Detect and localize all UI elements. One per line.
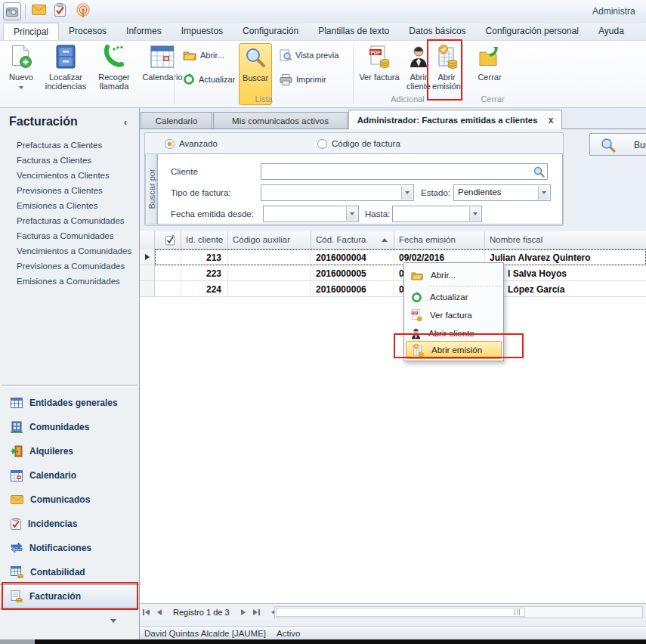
sidebar-item-previsiones-clientes[interactable]: Previsiones a Clientes (17, 183, 139, 198)
sidebar-collapse-button[interactable]: ‹ (124, 116, 131, 128)
context-menu-ver-factura[interactable]: PDF Ver factura (406, 306, 502, 324)
cell-checkbox[interactable] (155, 265, 181, 281)
context-menu-abrir-emision[interactable]: Abrir emisión (406, 341, 502, 359)
sidebar-item-previsiones-comunidades[interactable]: Previsiones a Comunidades (17, 259, 139, 274)
tab-configuracion[interactable]: Configuración (233, 23, 308, 40)
recoger-llamada-button[interactable]: Recoger llamada (92, 43, 136, 105)
fecha-desde-dropdown[interactable] (263, 206, 359, 222)
header-id-cliente[interactable]: Id. cliente (181, 231, 228, 249)
sidebar-item-facturas-comunidades[interactable]: Facturas a Comunidades (17, 228, 139, 243)
cell-checkbox[interactable] (155, 281, 181, 297)
lookup-magnifier-icon[interactable] (533, 166, 545, 178)
tab-procesos[interactable]: Procesos (59, 23, 116, 40)
table-row[interactable]: 224 2016000006 09 López García (155, 281, 646, 297)
person-icon (405, 43, 432, 70)
sidebar-overflow-chevron[interactable] (110, 619, 116, 623)
ribbon: Nuevo Localizar incidencias (0, 40, 646, 108)
tab-ayuda[interactable]: Ayuda (589, 23, 634, 40)
nuevo-button[interactable]: Nuevo (3, 43, 39, 105)
previous-record-button[interactable] (153, 606, 165, 618)
dropdown-arrow-icon[interactable] (538, 186, 549, 200)
module-label: Comunicados (30, 494, 90, 505)
scrollbar-thumb[interactable] (276, 608, 525, 617)
cliente-input[interactable] (261, 163, 548, 180)
tab-principal[interactable]: Principal (3, 23, 59, 40)
hasta-dropdown[interactable] (392, 206, 482, 222)
calendario-label: Calendario (142, 73, 182, 82)
cell-nombre-fiscal: l Salva Hoyos (485, 265, 646, 281)
sidebar-item-emisiones-comunidades[interactable]: Emisiones a Comunidades (17, 274, 139, 289)
sidebar-item-emisiones-clientes[interactable]: Emisiones a Clientes (17, 198, 139, 213)
table-row[interactable]: 213 2016000004 09/02/2016 Julian Alvarez… (155, 249, 646, 265)
module-comunidades[interactable]: Comunidades (0, 415, 139, 439)
module-facturacion[interactable]: Facturación (0, 584, 139, 608)
tab-plantillas[interactable]: Plantillas de texto (308, 23, 399, 40)
clipboard-check-icon[interactable] (54, 3, 66, 17)
tab-close-icon[interactable]: x (549, 115, 554, 125)
header-codigo-auxiliar[interactable]: Código auxiliar (228, 231, 311, 249)
dropdown-arrow-icon[interactable] (346, 207, 357, 221)
tab-datos-basicos[interactable]: Datos básicos (399, 23, 475, 40)
sidebar-splitter[interactable] (2, 385, 138, 387)
context-menu-actualizar[interactable]: Actualizar (406, 288, 502, 306)
tab-configuracion-personal[interactable]: Configuración personal (476, 23, 589, 40)
ribbon-group-separator (462, 44, 463, 104)
estado-dropdown[interactable]: Pendientes (453, 184, 551, 201)
last-record-button[interactable] (250, 606, 263, 618)
pdf-invoice-icon: PDF (411, 309, 422, 321)
horizontal-scrollbar[interactable] (274, 606, 643, 618)
cell-id-cliente: 223 (181, 265, 228, 281)
vista-previa-button[interactable]: Vista previa (280, 47, 338, 63)
module-calendario[interactable]: Calendario (0, 463, 139, 488)
doc-tab-label: Mis comunicados activos (232, 116, 329, 125)
header-nombre-fiscal[interactable]: Nombre fiscal (485, 231, 646, 249)
module-label: Incidencias (28, 519, 77, 529)
current-row-pointer-icon (145, 254, 150, 260)
cell-checkbox[interactable] (155, 249, 181, 265)
context-menu-abrir[interactable]: Abrir... (406, 266, 502, 284)
checkbox-column-header[interactable] (155, 231, 181, 249)
imprimir-button[interactable]: Imprimir (280, 71, 326, 88)
module-comunicados[interactable]: Comunicados (0, 488, 139, 512)
context-menu-abrir-cliente[interactable]: Abrir cliente (406, 324, 502, 342)
doc-tab-facturas-emitidas[interactable]: Administrador: Facturas emitidas a clien… (348, 110, 562, 129)
sidebar-item-prefacturas-clientes[interactable]: Prefacturas a Clientes (17, 138, 139, 153)
abrir-button[interactable]: Abrir... (183, 47, 224, 63)
sidebar-item-facturas-clientes[interactable]: Facturas a Clientes (17, 153, 139, 168)
tipo-factura-dropdown[interactable] (261, 184, 414, 201)
module-contabilidad[interactable]: Contabilidad (0, 560, 139, 584)
antenna-icon[interactable] (76, 3, 91, 18)
nuevo-label: Nuevo (9, 73, 33, 82)
calendar-icon (138, 43, 187, 70)
module-incidencias[interactable]: Incidencias (0, 512, 139, 536)
header-fecha-emision[interactable]: Fecha emisión (394, 231, 485, 249)
module-notificaciones[interactable]: Notificaciones (0, 536, 139, 560)
record-counter-label: Registro 1 de 3 (165, 608, 237, 617)
sidebar-item-vencimientos-clientes[interactable]: Vencimientos a Clientes (17, 168, 139, 183)
dropdown-arrow-icon[interactable] (469, 207, 481, 221)
radio-codigo-factura-label[interactable]: Código de factura (332, 139, 400, 148)
tab-impuestos[interactable]: Impuestos (172, 23, 233, 40)
radio-codigo-factura[interactable] (317, 139, 327, 149)
nuevo-dropdown-caret[interactable] (19, 86, 23, 89)
next-record-button[interactable] (237, 606, 250, 618)
dropdown-arrow-icon[interactable] (401, 186, 413, 200)
sidebar-item-prefacturas-comunidades[interactable]: Prefacturas a Comunidades (17, 213, 139, 228)
table-row[interactable]: 223 2016000005 09 l Salva Hoyos (155, 265, 646, 281)
tab-informes[interactable]: Informes (116, 23, 172, 40)
localizar-incidencias-button[interactable]: Localizar incidencias (41, 43, 91, 105)
doc-tab-comunicados[interactable]: Mis comunicados activos (213, 112, 348, 129)
app-logo-button[interactable] (3, 2, 21, 20)
svg-text:PDF: PDF (412, 311, 417, 314)
doc-tab-calendario[interactable]: Calendario (141, 112, 212, 129)
module-alquileres[interactable]: Alquileres (0, 439, 139, 463)
magnifier-icon (240, 44, 271, 71)
sidebar-item-vencimientos-comunidades[interactable]: Vencimientos a Comunidades (17, 243, 139, 259)
actualizar-button[interactable]: Actualizar (183, 71, 235, 88)
radio-avanzado-label[interactable]: Avanzado (179, 139, 218, 148)
mail-icon[interactable] (32, 5, 46, 15)
first-record-button[interactable] (140, 606, 153, 618)
radio-avanzado[interactable] (165, 139, 175, 149)
buscar-button[interactable]: Buscar (589, 133, 646, 156)
module-entidades-generales[interactable]: Entidades generales (0, 391, 139, 415)
